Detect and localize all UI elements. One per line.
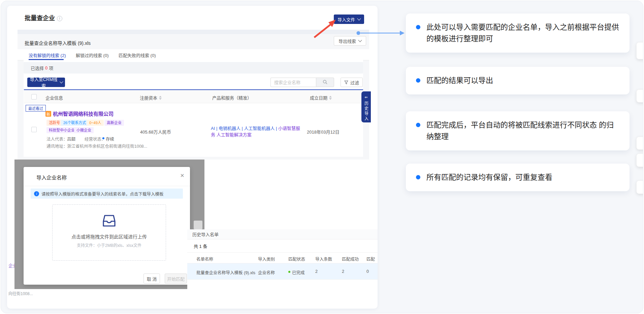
blue-connector-arrow [355,29,405,37]
filter-button[interactable]: 过滤 [341,78,363,87]
filter-funnel-icon [344,80,348,84]
backdrop-button-fragment [194,221,202,229]
h-col-matched: 匹配成功 [342,256,359,262]
search-button[interactable] [316,78,334,87]
sort-icon[interactable] [329,96,332,100]
upload-dropzone[interactable]: 点击或将拖拽文件到此区域进行上传 支持文件：小于2MB的xls、xlsx文件 [52,204,166,261]
import-modal-screenshot: 导入企业名称 请按照导入模版的格式准备要导入的线索名单，点击下载导入模板 点击或… [14,160,204,289]
callout-auto-organize: 匹配完成后，平台自动的将被匹配线索进行不同状态 的归纳整理 [406,111,630,150]
import-to-crm-label: 导入至CRM线索 [30,76,58,89]
legal-rep-value: 吕韶 [67,136,75,142]
tab-unlocked-leads[interactable]: 没有解锁的线索 (2) [29,52,66,58]
product-link-blue[interactable]: AI | 电销机器人 | 人工智能机器人 | [211,126,278,131]
h-col-type: 导入类别 [258,256,275,262]
inbox-upload-icon [101,213,117,228]
h-col-imported: 导入条数 [315,256,332,262]
edge-card-fragment [636,89,643,103]
upload-hint-text: 支持文件：小于2MB的xls、xlsx文件 [53,242,166,248]
modal-title: 导入企业名称 [36,174,67,181]
edge-card-fragment [636,137,643,150]
tag-active-account: 活跃号 [46,120,62,126]
edge-card-fragment [636,180,643,194]
upload-main-text: 点击或将拖拽文件到此区域进行上传 [53,233,166,240]
edge-card-fragment [636,42,643,59]
page-title: 批量查企业 [25,13,62,22]
callout-text: 匹配完成后，平台自动的将被匹配线索进行不同状态 的归纳整理 [426,119,619,142]
modal-divider [24,186,190,186]
select-all-checkbox[interactable] [31,94,37,99]
history-import-side-tab[interactable]: 历史导入 [361,91,371,122]
callout-text: 此处可以导入需要匹配的企业名单，导入之前根据平台提供的模板进行整理即可 [426,22,619,45]
search-input[interactable] [270,78,316,87]
cancel-button[interactable]: 取 消 [143,274,160,284]
edge-card-fragment [636,153,643,167]
col-products-services: 产品和服务（精准） [212,94,252,101]
recently-viewed-tag: 最近看过 [26,105,46,112]
selection-suffix: 项 [49,65,53,71]
status-done-dot-icon [288,271,290,273]
legal-rep-name: 吕韶 [67,137,75,142]
history-panel-header: 历史导入名单 [187,229,378,239]
modal-info-banner: 请按照导入模版的格式准备要导入的线索名单，点击下载导入模板 [31,189,183,199]
tab-unlocked-done-leads[interactable]: 解锁过的线索 (0) [76,52,109,58]
callout-import-list: 此处可以导入需要匹配的企业名单，导入之前根据平台提供的模板进行整理即可 [406,13,630,53]
address-value: 浙江省杭州市余杭区仓前街道向往街1008... [67,143,147,149]
search-icon [323,80,327,84]
biz-status-value: 存续 [106,136,114,142]
founded-date-value: 2018年03月12日 [307,129,340,135]
callout-text: 所有匹配的记录均有保留，可重复查看 [426,172,552,183]
h-row-type: 企业名称 [258,269,275,276]
history-total-count: 共 1 条 [194,243,207,249]
chevron-down-icon [60,80,63,84]
page-title-text: 批量查企业 [25,15,55,22]
products-services-cell: AI | 电销机器人 | 人工智能机器人 | 小语智慧服务 人工智能解决方案 [211,125,304,138]
biz-status-text: 存续 [106,137,114,142]
row-checkbox[interactable] [31,127,37,132]
h-row-failed: 0 [366,269,369,274]
start-match-button-disabled[interactable]: 开始匹配 [165,274,187,284]
export-leads-label: 导出线索 [339,38,356,44]
h-row-name: 批量查企业名称导入模板 (9).xls [196,269,255,276]
new-badge: 新 [45,111,51,117]
close-icon[interactable] [178,171,187,180]
status-dot-icon [102,137,104,139]
import-company-modal: 导入企业名称 请按照导入模版的格式准备要导入的线索名单，点击下载导入模板 点击或… [24,167,190,285]
tab-match-failed-leads[interactable]: 匹配失败的线索 (0) [119,52,156,58]
callout-records-kept: 所有匹配的记录均有保留，可重复查看 [406,164,630,191]
history-table-row: 批量查企业名称导入模板 (9).xls 企业名称 已完成 2 2 0 [187,263,378,280]
col-company-info: 企业信息 [45,94,63,101]
h-row-status: 已完成 [292,269,305,276]
title-info-icon [57,16,62,21]
tag-staff-size: 0~49人 [87,120,104,126]
table-header-row: 企业信息 注册资本 产品和服务（精准） 成立日期 [24,90,363,103]
app-panel: 批量查企业名称导入模板 (9).xls 导出线索 没有解锁的线索 (2) 解锁过… [18,30,369,160]
app-screenshot-card: 批量查企业 导入文件 批量查企业名称导入模板 (9).xls 导出线索 没有解锁… [7,6,378,309]
address-label: 通讯地址： [46,143,68,149]
bullet-icon [416,123,420,127]
sort-icon[interactable] [159,96,162,100]
red-pointer-arrow [310,17,341,39]
leads-tabbar: 没有解锁的线索 (2) 解锁过的线索 (0) 匹配失败的线索 (0) [18,49,369,60]
col-founded-date[interactable]: 成立日期 [310,94,332,101]
company-name-link[interactable]: 杭州智语网络科技有限公司 [53,110,114,117]
product-link-purple2[interactable]: 人工智能解决方案 [215,132,252,137]
history-import-panel: 历史导入名单 共 1 条 名单名称 导入类别 匹配状态 导入条数 匹配成功 匹配… [187,229,378,299]
history-import-label: 历史导入 [363,101,369,121]
col-registered-capital[interactable]: 注册资本 [140,94,162,101]
import-to-crm-button[interactable]: 导入至CRM线索 [27,78,65,87]
bullet-icon [416,78,420,83]
h-col-name: 名单名称 [196,256,213,262]
ghost-text-address: 向往街1008... [8,290,33,296]
info-icon [34,191,39,196]
bullet-icon [416,25,420,29]
h-row-matched: 2 [342,269,344,274]
selection-bar: 已选择 0 项 [24,62,363,74]
page-canvas: 批量查企业 导入文件 批量查企业名称导入模板 (9).xls 导出线索 没有解锁… [1,1,643,313]
selection-prefix: 已选择 [31,65,44,71]
filter-label: 过滤 [350,79,359,86]
registered-capital-value: 405.68万人民币 [140,129,171,135]
collapse-arrow-icon [364,94,367,100]
tag-hightech: 高新企业 [104,120,124,126]
results-table: 企业信息 注册资本 产品和服务（精准） 成立日期 最近看过 新 杭州智语网络科技… [24,89,363,153]
h-row-imported: 2 [315,269,318,274]
